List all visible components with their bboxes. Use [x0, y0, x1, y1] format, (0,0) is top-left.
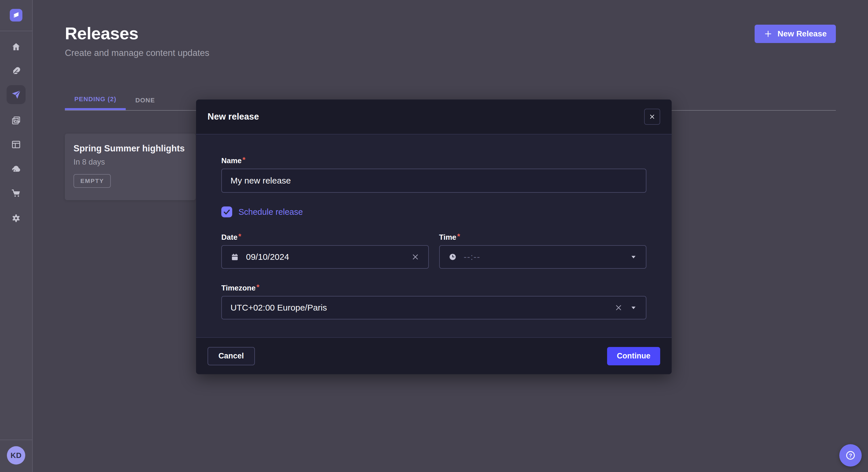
gear-icon	[11, 213, 21, 223]
time-label: Time	[439, 233, 456, 242]
sidebar-item-layout[interactable]	[0, 135, 32, 154]
checkmark-icon	[222, 208, 231, 216]
continue-button[interactable]: Continue	[607, 347, 660, 365]
sidebar-item-releases-active[interactable]	[0, 85, 32, 104]
timezone-caret-button[interactable]	[630, 304, 637, 311]
svg-text:?: ?	[849, 452, 852, 459]
modal-body: Name * Schedule release Date *	[196, 134, 672, 337]
time-field-group: Time * --:--	[439, 233, 647, 269]
date-label-row: Date *	[221, 233, 429, 242]
page-header-text: Releases Create and manage content updat…	[65, 24, 209, 58]
media-library-icon	[11, 115, 21, 125]
sidebar: KD	[0, 0, 33, 472]
schedule-release-row[interactable]: Schedule release	[221, 206, 646, 217]
sidebar-divider-top	[0, 31, 32, 31]
cloud-icon	[11, 164, 21, 174]
close-icon	[648, 113, 656, 121]
required-asterisk: *	[457, 232, 460, 241]
name-label: Name	[221, 156, 242, 165]
tab-done-label: DONE	[135, 97, 155, 104]
sidebar-item-cloud[interactable]	[0, 160, 32, 178]
cart-icon	[11, 188, 21, 198]
help-button[interactable]: ?	[839, 444, 862, 467]
name-label-row: Name *	[221, 156, 646, 165]
release-card[interactable]: Spring Summer highlights In 8 days EMPTY	[65, 134, 196, 200]
timezone-value: UTC+02:00 Europe/Paris	[230, 303, 327, 312]
date-label: Date	[221, 233, 237, 242]
date-field-group: Date * 09/10/2024	[221, 233, 429, 269]
home-icon	[11, 42, 21, 52]
date-value: 09/10/2024	[246, 252, 289, 262]
timezone-select[interactable]: UTC+02:00 Europe/Paris	[221, 296, 646, 319]
timezone-clear-button[interactable]	[614, 303, 623, 312]
user-avatar[interactable]: KD	[7, 446, 25, 465]
avatar-initials: KD	[11, 451, 22, 460]
sidebar-item-content-builder[interactable]	[0, 62, 32, 80]
question-mark-icon: ?	[844, 449, 857, 461]
date-clear-button[interactable]	[411, 252, 420, 261]
feather-icon	[11, 66, 21, 76]
name-input[interactable]	[221, 169, 646, 193]
page-title: Releases	[65, 24, 209, 43]
sidebar-item-marketplace[interactable]	[0, 183, 32, 202]
release-card-status-badge: EMPTY	[73, 174, 111, 188]
required-asterisk: *	[256, 283, 259, 292]
date-time-row: Date * 09/10/2024	[221, 233, 646, 269]
release-card-due: In 8 days	[73, 158, 187, 167]
paper-plane-icon	[11, 90, 21, 100]
release-card-title: Spring Summer highlights	[73, 143, 187, 154]
schedule-release-checkbox[interactable]	[221, 206, 232, 217]
workspace-logo-button[interactable]	[0, 6, 32, 25]
plus-icon	[764, 30, 772, 38]
modal-close-button[interactable]	[644, 109, 660, 125]
tab-pending[interactable]: PENDING (2)	[65, 90, 126, 110]
new-release-button[interactable]: New Release	[755, 25, 836, 43]
name-field-group: Name *	[221, 156, 646, 193]
modal-header: New release	[196, 100, 672, 134]
tab-pending-label: PENDING (2)	[74, 96, 116, 103]
strapi-logo-glyph	[10, 9, 22, 21]
sidebar-item-home[interactable]	[0, 37, 32, 56]
modal-title: New release	[208, 111, 259, 122]
required-asterisk: *	[238, 232, 241, 241]
sidebar-item-media-library[interactable]	[0, 111, 32, 130]
time-picker-input[interactable]: --:--	[439, 245, 647, 269]
layout-icon	[11, 140, 21, 149]
page-subtitle: Create and manage content updates	[65, 48, 209, 58]
time-label-row: Time *	[439, 233, 647, 242]
schedule-release-label: Schedule release	[239, 207, 303, 217]
time-caret-button[interactable]	[630, 253, 637, 261]
modal-footer: Cancel Continue	[196, 337, 672, 374]
new-release-modal: New release Name * Schedule release	[196, 100, 672, 374]
active-item-highlight	[7, 85, 26, 104]
date-picker-input[interactable]: 09/10/2024	[221, 245, 429, 269]
calendar-icon	[230, 252, 239, 261]
tab-done[interactable]: DONE	[126, 90, 164, 110]
clock-icon	[448, 252, 457, 261]
strapi-logo-icon	[10, 9, 22, 22]
sidebar-item-settings[interactable]	[0, 209, 32, 228]
cancel-button[interactable]: Cancel	[208, 347, 255, 365]
page-header: Releases Create and manage content updat…	[65, 0, 836, 58]
required-asterisk: *	[243, 156, 245, 164]
timezone-label-row: Timezone *	[221, 283, 646, 293]
timezone-field-group: Timezone * UTC+02:00 Europe/Paris	[221, 283, 646, 319]
sidebar-divider-bottom	[0, 440, 32, 440]
new-release-button-label: New Release	[778, 29, 827, 38]
timezone-label: Timezone	[221, 283, 255, 293]
time-placeholder: --:--	[464, 252, 480, 262]
